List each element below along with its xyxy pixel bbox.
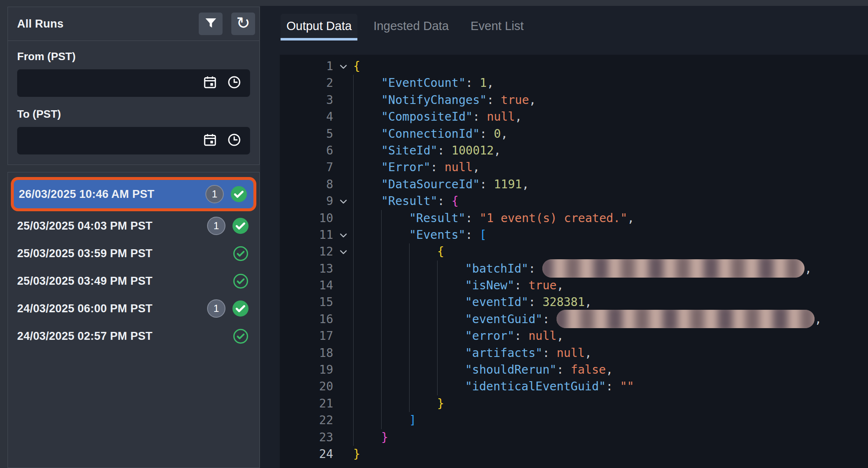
fold-gutter (333, 429, 353, 446)
code-text: } (353, 429, 868, 446)
refresh-button[interactable]: ↻ (231, 13, 255, 35)
to-date-input[interactable] (17, 127, 250, 154)
fold-chevron-down-icon[interactable] (333, 58, 353, 75)
run-timestamp: 24/03/2025 06:00 PM PST (17, 302, 152, 315)
line-number: 4 (280, 109, 333, 125)
code-token: "error" (465, 329, 514, 343)
fold-chevron-down-icon[interactable] (333, 227, 353, 243)
run-list-item[interactable]: 24/03/2025 02:57 PM PST (12, 323, 255, 349)
calendar-icon[interactable] (202, 132, 218, 149)
code-token: 328381 (542, 295, 585, 309)
code-token: 1 (480, 76, 487, 90)
run-list-card: 26/03/2025 10:46 AM PST 1 25/03/2025 04:… (8, 172, 260, 468)
run-list-item[interactable]: 25/03/2025 03:59 PM PST (12, 240, 255, 267)
code-token: : (606, 379, 620, 393)
runs-sidebar: All Runs ↻ From (PST) (0, 0, 260, 468)
code-token: "identicalEventGuid" (465, 379, 606, 393)
from-date-label: From (PST) (17, 50, 250, 63)
fold-gutter (333, 92, 353, 109)
line-number: 17 (280, 328, 333, 344)
fold-gutter (333, 75, 353, 91)
code-token: : (466, 76, 480, 90)
line-number: 13 (280, 261, 333, 277)
fold-gutter (333, 126, 353, 142)
tab-output-data[interactable]: Output Data (281, 14, 357, 40)
code-token: "artifacts" (465, 346, 542, 360)
code-token: , (585, 346, 592, 360)
line-number: 5 (280, 126, 333, 142)
code-text: "CompositeId": null, (353, 109, 868, 125)
code-token: false (571, 363, 606, 377)
refresh-icon: ↻ (236, 15, 251, 31)
code-text: "EventCount": 1, (353, 75, 868, 91)
line-number: 16 (280, 311, 333, 328)
line-number: 24 (280, 446, 333, 463)
json-editor[interactable]: 1{2"EventCount": 1,3"NotifyChanges": tru… (280, 55, 868, 468)
tab-bar: Output DataIngested DataEvent List (281, 14, 529, 40)
code-token: { (452, 194, 459, 208)
to-date-label: To (PST) (17, 108, 250, 121)
success-check-filled-icon (232, 217, 249, 235)
line-number: 20 (280, 378, 333, 395)
run-list-item[interactable]: 24/03/2025 06:00 PM PST 1 (12, 295, 255, 322)
line-number: 12 (280, 243, 333, 260)
run-list-item[interactable]: 25/03/2025 03:49 PM PST (12, 268, 255, 294)
code-text: "isNew": true, (353, 277, 868, 294)
tab-event-list[interactable]: Event List (465, 14, 529, 40)
line-number: 15 (280, 294, 333, 311)
fold-gutter (333, 210, 353, 227)
line-number: 9 (280, 193, 333, 210)
code-token: "EventCount" (381, 76, 466, 90)
code-line: 13"batchId": , (280, 261, 868, 277)
code-token: : (529, 295, 543, 309)
code-token: : (542, 312, 557, 326)
fold-chevron-down-icon[interactable] (333, 193, 353, 210)
code-token: , (585, 295, 592, 309)
code-token: { (353, 59, 360, 73)
run-list-item[interactable]: 26/03/2025 10:46 AM PST 1 (14, 180, 253, 208)
code-token: : (557, 363, 571, 377)
code-line: 12{ (280, 243, 868, 260)
code-token: "Error" (381, 160, 430, 174)
code-token: } (353, 447, 360, 461)
code-line: 6"SiteId": 100012, (280, 142, 868, 159)
line-number: 8 (280, 176, 333, 193)
code-token: "1 event(s) created." (480, 211, 628, 225)
code-token: "isNew" (465, 278, 514, 292)
code-token: "Result" (381, 194, 438, 208)
code-token: : (514, 329, 529, 343)
from-date-input[interactable] (17, 69, 250, 97)
code-text: "Events": [ (353, 227, 868, 243)
tab-ingested-data[interactable]: Ingested Data (367, 14, 455, 40)
run-list-item[interactable]: 25/03/2025 04:03 PM PST 1 (12, 212, 255, 239)
code-token: "NotifyChanges" (381, 93, 487, 107)
code-token: "eventId" (465, 295, 529, 309)
code-token: , (487, 76, 494, 90)
calendar-icon[interactable] (202, 75, 218, 91)
code-token: null (487, 110, 515, 124)
code-text: "Result": { (353, 193, 868, 210)
filter-button[interactable] (199, 13, 223, 35)
code-token: "SiteId" (381, 144, 438, 157)
success-check-outline-icon (232, 273, 249, 289)
fold-gutter (333, 277, 353, 294)
fold-gutter (333, 109, 353, 125)
line-number: 6 (280, 142, 333, 159)
code-token: "" (620, 379, 634, 393)
code-line: 10"Result": "1 event(s) created.", (280, 210, 868, 227)
code-token: true (501, 93, 529, 107)
line-number: 14 (280, 277, 333, 294)
code-token: "eventGuid" (465, 312, 542, 326)
line-number: 3 (280, 92, 333, 109)
clock-icon[interactable] (227, 75, 242, 91)
code-text: "artifacts": null, (353, 345, 868, 362)
code-token: , (501, 127, 508, 141)
clock-icon[interactable] (227, 132, 242, 149)
code-token: "batchId" (465, 262, 529, 276)
code-line: 15"eventId": 328381, (280, 294, 868, 311)
code-token: 0 (494, 127, 501, 141)
fold-chevron-down-icon[interactable] (333, 243, 353, 260)
code-text: "ConnectionId": 0, (353, 126, 868, 142)
code-token: : (438, 144, 452, 157)
redacted-value-blur (557, 310, 815, 328)
